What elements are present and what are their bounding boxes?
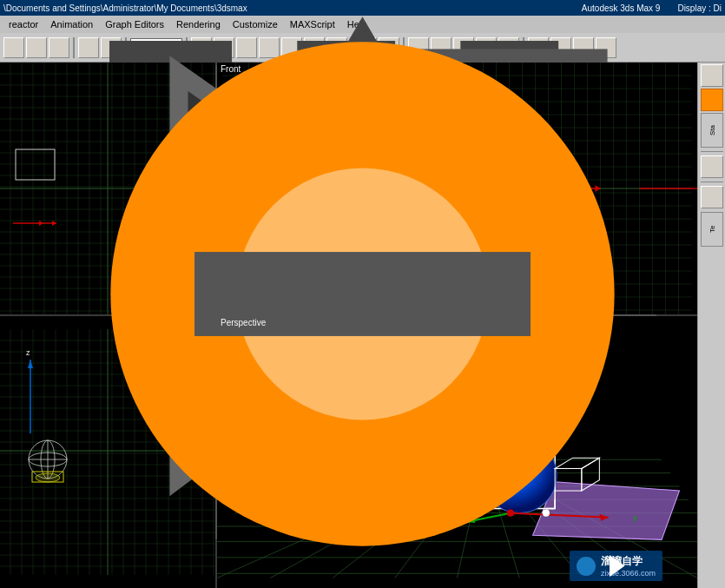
right-panel-te[interactable]: Te <box>701 212 723 247</box>
perspective-label: Perspective <box>221 318 266 327</box>
svg-marker-234 <box>610 555 625 577</box>
main-area: Front <box>0 63 725 588</box>
watermark: 溜溜自学 zixue.3066.com <box>570 551 662 581</box>
right-btn-minus2[interactable] <box>701 186 723 208</box>
front-label: Front <box>221 64 241 74</box>
right-panel: Sta Te <box>697 63 725 588</box>
